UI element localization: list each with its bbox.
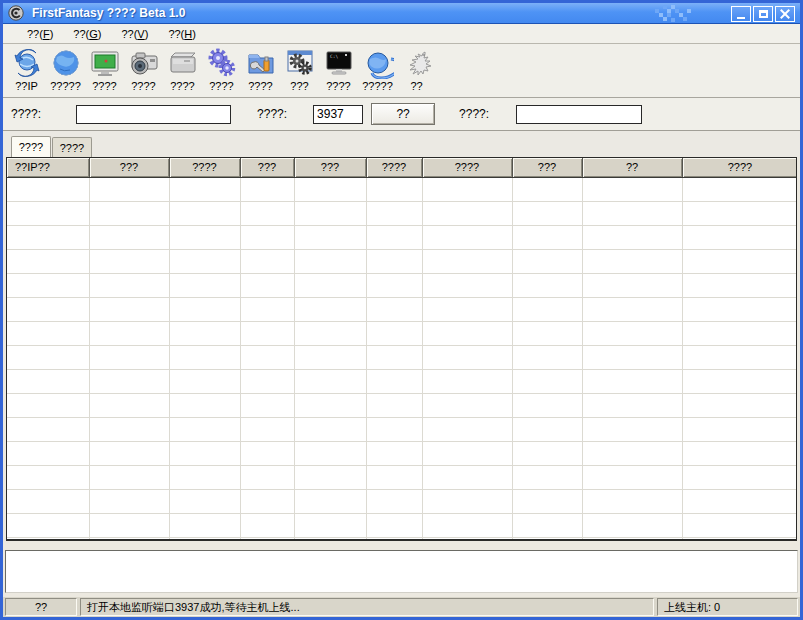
table-empty-row xyxy=(7,441,797,465)
column-header[interactable]: ??? xyxy=(294,158,366,177)
toolbar-button-services[interactable]: ???? xyxy=(202,46,241,96)
table-empty-row xyxy=(7,393,797,417)
menubar: ??(F) ??(G) ??(V) ??(H) xyxy=(3,24,800,44)
app-window: FirstFantasy ???? Beta 1.0 ??(F) ??(G) ?… xyxy=(0,0,803,620)
connection-form: ????: ????: ?? ????: xyxy=(3,98,800,131)
toolbar-label: ???? xyxy=(170,80,194,92)
toolbar-button-screen[interactable]: ???? xyxy=(85,46,124,96)
terminal-icon: C:\ xyxy=(323,47,355,79)
internet-update-icon xyxy=(362,47,394,79)
tabstrip: ???? ???? xyxy=(3,131,800,157)
titlebar-mosaic-decoration xyxy=(655,5,697,22)
menu-help[interactable]: ??(H) xyxy=(158,26,206,42)
tab-hosts[interactable]: ???? xyxy=(11,136,51,157)
toolbar-label: ??? xyxy=(290,80,308,92)
domain-input[interactable] xyxy=(76,105,231,124)
toolbar-label: ??IP xyxy=(15,80,38,92)
folder-tools-icon xyxy=(245,47,277,79)
app-logo-icon xyxy=(8,5,24,21)
menu-file[interactable]: ??(F) xyxy=(17,26,63,42)
port-input[interactable] xyxy=(313,105,363,124)
toolbar-button-about[interactable]: ?? xyxy=(397,46,436,96)
table-empty-row xyxy=(7,321,797,345)
toolbar-label: ???? xyxy=(248,80,272,92)
toolbar-label: ???? xyxy=(92,80,116,92)
host-table-body xyxy=(7,177,797,541)
gears-icon xyxy=(206,47,238,79)
window-title: FirstFantasy ???? Beta 1.0 xyxy=(32,6,185,20)
minimize-icon xyxy=(737,17,745,19)
table-empty-row xyxy=(7,465,797,489)
column-header[interactable]: ??? xyxy=(512,158,582,177)
table-empty-row xyxy=(7,225,797,249)
dragon-icon xyxy=(401,47,433,79)
minimize-button[interactable] xyxy=(731,6,751,22)
note-label: ????: xyxy=(459,107,489,121)
port-label: ????: xyxy=(257,107,287,121)
column-header[interactable]: ??IP?? xyxy=(7,158,89,177)
column-header[interactable]: ???? xyxy=(366,158,422,177)
host-table[interactable]: ??IP?? ??? ???? ??? ??? ???? ???? ??? ??… xyxy=(6,157,797,541)
column-header[interactable]: ???? xyxy=(169,158,240,177)
screen-view-icon xyxy=(89,47,121,79)
window-controls xyxy=(731,6,795,22)
menu-settings[interactable]: ??(G) xyxy=(63,26,111,42)
toolbar-label: ?? xyxy=(410,80,422,92)
table-empty-row xyxy=(7,345,797,369)
toolbar-button-refresh-ip[interactable]: ??IP xyxy=(7,46,46,96)
table-empty-row xyxy=(7,489,797,513)
toolbar-button-update[interactable]: ????? xyxy=(358,46,397,96)
toolbar-button-network[interactable]: ????? xyxy=(46,46,85,96)
toolbar-label: ???? xyxy=(209,80,233,92)
table-empty-row xyxy=(7,249,797,273)
note-input[interactable] xyxy=(516,105,642,124)
table-empty-row xyxy=(7,273,797,297)
column-header[interactable]: ??? xyxy=(240,158,294,177)
status-left: ?? xyxy=(5,598,77,616)
toolbar: ??IP ????? ???? xyxy=(3,44,800,98)
toolbar-button-files[interactable]: ???? xyxy=(163,46,202,96)
close-button[interactable] xyxy=(775,6,795,22)
toolbar-button-process[interactable]: ??? xyxy=(280,46,319,96)
toolbar-label: ????? xyxy=(362,80,393,92)
svg-text:C:\: C:\ xyxy=(330,54,338,59)
column-header[interactable]: ?? xyxy=(582,158,682,177)
table-empty-row xyxy=(7,369,797,393)
table-empty-row xyxy=(7,417,797,441)
table-empty-row xyxy=(7,537,797,541)
refresh-ip-icon xyxy=(11,47,43,79)
status-message: 打开本地监听端口3937成功,等待主机上线... xyxy=(80,598,654,616)
toolbar-label: ???? xyxy=(326,80,350,92)
network-globe-icon xyxy=(50,47,82,79)
log-output[interactable] xyxy=(5,550,798,593)
toolbar-button-tools[interactable]: ???? xyxy=(241,46,280,96)
table-empty-row xyxy=(7,513,797,537)
toolbar-label: ???? xyxy=(131,80,155,92)
column-header[interactable]: ??? xyxy=(89,158,169,177)
toolbar-button-terminal[interactable]: C:\ ???? xyxy=(319,46,358,96)
table-empty-row xyxy=(7,297,797,321)
maximize-button[interactable] xyxy=(753,6,773,22)
statusbar: ?? 打开本地监听端口3937成功,等待主机上线... 上线主机: 0 xyxy=(3,597,800,617)
domain-label: ????: xyxy=(11,107,41,121)
camera-icon xyxy=(128,47,160,79)
maximize-icon xyxy=(759,10,768,18)
toolbar-label: ????? xyxy=(50,80,81,92)
file-drive-icon xyxy=(167,47,199,79)
toolbar-button-camera[interactable]: ???? xyxy=(124,46,163,96)
process-window-icon xyxy=(284,47,316,79)
column-header[interactable]: ???? xyxy=(422,158,512,177)
close-icon xyxy=(780,9,790,19)
table-empty-row xyxy=(7,201,797,225)
table-empty-row xyxy=(7,177,797,201)
column-header[interactable]: ???? xyxy=(682,158,797,177)
titlebar[interactable]: FirstFantasy ???? Beta 1.0 xyxy=(3,3,800,24)
status-online-hosts: 上线主机: 0 xyxy=(657,598,798,616)
tab-settings[interactable]: ???? xyxy=(52,137,92,157)
listen-button[interactable]: ?? xyxy=(371,103,435,125)
table-header-row: ??IP?? ??? ???? ??? ??? ???? ???? ??? ??… xyxy=(7,158,797,177)
menu-view[interactable]: ??(V) xyxy=(111,26,158,42)
